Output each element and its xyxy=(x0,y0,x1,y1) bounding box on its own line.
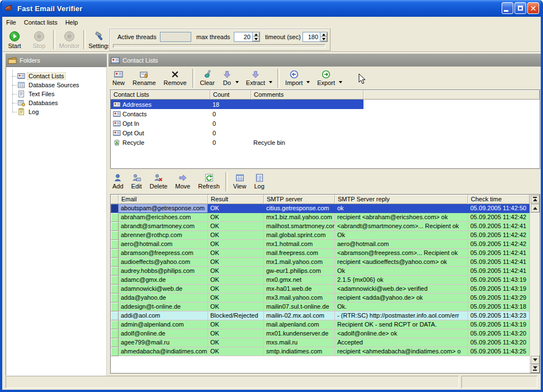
sidebar-item-log[interactable]: Log xyxy=(10,107,106,116)
max-threads-value[interactable]: 20 xyxy=(234,32,252,42)
email-row[interactable]: admin@alpenland.comOKmail.alpenland.comR… xyxy=(111,320,530,329)
email-row[interactable]: ahmedabacha@indiatimes.comOKsmtp.indiati… xyxy=(111,347,530,356)
email-row[interactable]: adda@yahoo.deOKmx3.mail.yahoo.comrecipie… xyxy=(111,294,530,303)
email-row[interactable]: abramson@freepress.comOKmail.freepress.c… xyxy=(111,249,530,258)
sidebar-item-database-sources[interactable]: Database Sources xyxy=(10,81,106,89)
email-row[interactable]: aboutspam@getresponse.comOKcitius.getres… xyxy=(111,204,530,213)
contact-list-row-recycle[interactable]: Recycle0Recycle bin xyxy=(111,138,540,147)
do-dropdown-icon[interactable] xyxy=(235,81,239,83)
vertical-scrollbar[interactable] xyxy=(530,195,540,373)
start-button[interactable]: Start xyxy=(3,29,26,51)
import-dropdown-icon[interactable] xyxy=(306,81,310,83)
email-row[interactable]: abrenner@rothcp.comOKmail.global.sprint.… xyxy=(111,231,530,240)
row-selector[interactable] xyxy=(111,204,119,213)
scroll-up-button[interactable] xyxy=(530,204,540,212)
row-selector[interactable] xyxy=(111,267,119,276)
add-button[interactable]: Add xyxy=(108,171,128,192)
sidebar-item-contact-lists[interactable]: Contact Lists xyxy=(10,72,106,81)
max-threads-up-icon[interactable] xyxy=(253,32,259,37)
scroll-down-button[interactable] xyxy=(530,355,540,364)
close-button[interactable]: ✕ xyxy=(527,2,539,14)
row-selector[interactable] xyxy=(111,213,119,222)
timeout-down-icon[interactable] xyxy=(320,37,327,41)
max-threads-down-icon[interactable] xyxy=(253,37,259,41)
column-header-email[interactable]: Email xyxy=(119,195,208,204)
sidebar-item-databases[interactable]: Databases xyxy=(10,98,106,107)
email-row[interactable]: addesign@t-online.deOKmailin07.sul.t-onl… xyxy=(111,303,530,311)
menu-file[interactable]: File xyxy=(2,18,20,27)
timeout-value[interactable]: 180 xyxy=(303,32,320,42)
move-button[interactable]: Move xyxy=(171,171,194,192)
view-button[interactable]: View xyxy=(229,171,251,192)
email-row[interactable]: addi@aol.comBlocked/Rejectedmailin-02.mx… xyxy=(111,311,530,320)
do-button[interactable]: Do xyxy=(219,68,235,89)
contact-list-row-addresses[interactable]: Addresses18 xyxy=(111,100,540,109)
contact-list-row-opt-in[interactable]: Opt In0 xyxy=(111,119,540,128)
scroll-last-button[interactable] xyxy=(530,364,540,373)
scroll-first-button[interactable] xyxy=(530,195,540,204)
check-time-cell: 05.09.2005 11:42:41 xyxy=(468,222,530,231)
column-header-smtp-server[interactable]: SMTP server xyxy=(264,195,335,204)
column-header-contact-lists[interactable]: Contact Lists xyxy=(111,90,210,100)
start-button-label: Start xyxy=(8,42,21,49)
extract-button[interactable]: Extract xyxy=(242,68,269,89)
menu-contact-lists[interactable]: Contact lists xyxy=(20,18,62,27)
new-button[interactable]: New xyxy=(108,68,129,89)
title-bar[interactable]: Fast Email Verifier ✕ xyxy=(0,0,543,17)
export-button[interactable]: Export xyxy=(313,68,339,89)
row-selector[interactable] xyxy=(111,320,119,329)
minimize-button[interactable] xyxy=(502,2,513,14)
contact-list-name-cell: Opt In xyxy=(111,119,210,128)
refresh-button[interactable]: Refresh xyxy=(194,171,224,192)
column-header-check-time[interactable]: Check time xyxy=(468,195,530,204)
row-selector[interactable] xyxy=(111,329,119,338)
row-selector[interactable] xyxy=(111,240,119,249)
email-row[interactable]: adamnowicki@web.deOKmx-ha01.web.de<adamn… xyxy=(111,285,530,294)
row-selector[interactable] xyxy=(111,338,119,347)
rename-button[interactable]: Rename xyxy=(129,68,160,89)
column-header-smtp-server-reply[interactable]: SMTP Server reply xyxy=(335,195,468,204)
row-selector[interactable] xyxy=(111,347,119,356)
import-button[interactable]: Import xyxy=(281,68,306,89)
smtp-server-cell: citius.getresponse.com xyxy=(264,204,335,213)
timeout-up-icon[interactable] xyxy=(320,32,327,37)
email-row[interactable]: aero@hotmail.comOKmx1.hotmail.comaero@ho… xyxy=(111,240,530,249)
email-row[interactable]: adolf@online.deOKmx01.kundenserver.de<ad… xyxy=(111,329,530,338)
timeout-stepper[interactable]: 180 xyxy=(303,32,328,42)
sidebar-item-text-files[interactable]: Text Files xyxy=(10,89,106,98)
log-button[interactable]: Log xyxy=(250,171,268,192)
row-selector[interactable] xyxy=(111,294,119,303)
email-row[interactable]: audrey.hobbs@philips.comOKgw-eur1.philip… xyxy=(111,267,530,276)
row-selector[interactable] xyxy=(111,303,119,311)
row-selector[interactable] xyxy=(111,222,119,231)
email-row[interactable]: audioeffects@yahoo.comOKmx1.mail.yahoo.c… xyxy=(111,258,530,267)
delete-button[interactable]: Delete xyxy=(146,171,172,192)
column-header-count[interactable]: Count xyxy=(210,90,251,100)
email-row[interactable]: agee799@mail.ruOKmxs.mail.ruAccepted05.0… xyxy=(111,338,530,347)
email-row[interactable]: abrandt@smartmoney.comOKmailhost.smartmo… xyxy=(111,222,530,231)
row-selector[interactable] xyxy=(111,285,119,294)
row-selector[interactable] xyxy=(111,231,119,240)
extract-dropdown-icon[interactable] xyxy=(269,81,272,83)
clear-button[interactable]: Clear xyxy=(196,68,219,89)
email-row[interactable]: adamc@gmx.deOKmx0.gmx.net2.1.5 {mx006} o… xyxy=(111,276,530,285)
column-header-result[interactable]: Result xyxy=(208,195,264,204)
row-selector[interactable] xyxy=(111,276,119,285)
smtp-server-cell: mail.global.sprint.com xyxy=(264,231,335,240)
maximize-button[interactable] xyxy=(514,2,526,14)
settings-button[interactable]: Settings xyxy=(88,29,111,51)
check-time-cell: 05.09.2005 11:43:18 xyxy=(468,303,530,311)
column-header-comments[interactable]: Comments xyxy=(251,90,363,100)
contact-list-row-contacts[interactable]: Contacts0 xyxy=(111,109,540,119)
menu-help[interactable]: Help xyxy=(62,18,82,27)
email-row[interactable]: abraham@ericshoes.comOKmx1.biz.mail.yaho… xyxy=(111,213,530,222)
progress-bar xyxy=(113,44,325,48)
row-selector[interactable] xyxy=(111,311,119,320)
export-dropdown-icon[interactable] xyxy=(339,81,342,83)
row-selector[interactable] xyxy=(111,258,119,267)
row-selector[interactable] xyxy=(111,249,119,258)
remove-button[interactable]: Remove xyxy=(160,68,191,89)
max-threads-stepper[interactable]: 20 xyxy=(234,32,260,42)
edit-button[interactable]: Edit xyxy=(128,171,146,192)
contact-list-row-opt-out[interactable]: Opt Out0 xyxy=(111,128,540,138)
